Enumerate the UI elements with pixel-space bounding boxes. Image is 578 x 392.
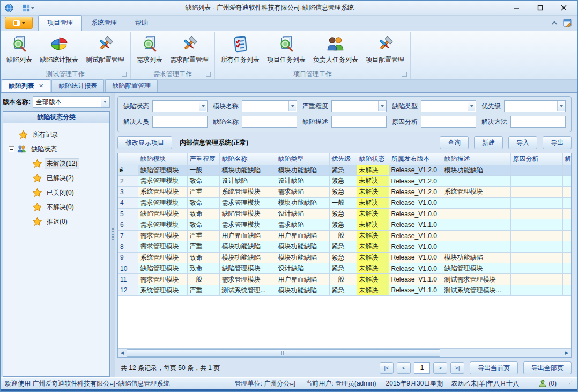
tree-item-status-closed[interactable]: 已关闭(0) — [9, 186, 109, 200]
message-indicator[interactable]: (0) — [539, 380, 557, 387]
cell-row-header[interactable]: 4 — [118, 197, 138, 208]
page-number-input[interactable] — [414, 362, 430, 374]
dialog-launcher-icon[interactable] — [206, 72, 211, 77]
requirement-list-button[interactable]: 需求列表 — [133, 33, 166, 65]
grid-row-1[interactable]: ▶1缺陷管理模块一般模块功能缺陷模块功能缺陷紧急未解决Release_V1.2.… — [118, 165, 571, 175]
skin-style-icon[interactable] — [563, 18, 572, 27]
chevron-down-icon[interactable] — [468, 101, 475, 111]
doc-tab-defect-config-mgmt[interactable]: 缺陷配置管理 — [105, 79, 158, 92]
column-header-release-version[interactable]: 所属发布版本 — [389, 153, 442, 165]
maximize-button[interactable] — [528, 2, 552, 14]
cell-row-header[interactable]: 6 — [118, 219, 138, 230]
column-header-status[interactable]: 缺陷状态 — [357, 153, 389, 165]
grid-row-8[interactable]: 8需求管理模块严重模块功能缺陷模块功能缺陷紧急未解决Release_V1.0.0 — [118, 241, 571, 252]
layout-grid-icon[interactable] — [23, 4, 34, 12]
cell-row-header[interactable]: 7 — [118, 230, 138, 241]
tree-item-defect-status-group[interactable]: 缺陷状态 — [9, 142, 109, 157]
export-all-pages-button[interactable]: 导出全部页 — [523, 361, 572, 374]
project-tasks-list-button[interactable]: 项目任务列表 — [263, 33, 309, 65]
horizontal-scrollbar[interactable]: ◀ ▶ — [118, 348, 571, 357]
requirement-config-mgmt-button[interactable]: 需求配置管理 — [166, 33, 212, 65]
cell-row-header[interactable]: 3 — [118, 187, 138, 197]
last-page-button[interactable]: >| — [450, 362, 464, 374]
export-button[interactable]: 导出 — [543, 136, 572, 149]
column-header-severity[interactable]: 严重程度 — [187, 153, 219, 165]
defect-type-select[interactable] — [421, 100, 476, 112]
tree-item-status-wontfix[interactable]: 不解决(0) — [9, 200, 109, 215]
export-current-page-button[interactable]: 导出当前页 — [470, 361, 518, 374]
query-button[interactable]: 查询 — [440, 136, 469, 149]
severity-select[interactable] — [331, 100, 387, 112]
close-button[interactable] — [552, 2, 575, 14]
owner-tasks-list-button[interactable]: 负责人任务列表 — [309, 33, 362, 65]
tree-item-status-unresolved[interactable]: 未解决(12) — [9, 157, 109, 171]
ribbon-tab-2[interactable]: 帮助 — [126, 15, 157, 31]
tree-item-all-records[interactable]: 所有记录 — [9, 128, 109, 142]
chevron-down-icon[interactable] — [378, 101, 386, 111]
first-page-button[interactable]: |< — [380, 362, 394, 374]
import-button[interactable]: 导入 — [508, 136, 537, 149]
version-select[interactable]: 全部版本 — [33, 96, 110, 108]
scroll-right-arrow-icon[interactable]: ▶ — [562, 349, 571, 357]
cell-row-header[interactable]: 12 — [118, 285, 138, 295]
cell-row-header[interactable]: 2 — [118, 175, 138, 186]
doc-tab-defect-stats-report[interactable]: 缺陷统计报表 — [51, 79, 104, 92]
cell-row-header[interactable]: 9 — [118, 252, 138, 263]
scrollbar-track[interactable] — [127, 349, 562, 357]
ribbon-tab-0[interactable]: 项目管理 — [38, 15, 82, 31]
next-page-button[interactable]: > — [433, 362, 447, 374]
column-header-priority[interactable]: 优先级 — [329, 153, 357, 165]
dialog-launcher-icon[interactable] — [122, 72, 127, 77]
defect-stats-report-button[interactable]: 缺陷统计报表 — [36, 33, 82, 65]
dialog-launcher-icon[interactable] — [402, 72, 407, 77]
module-name-select[interactable] — [242, 100, 297, 112]
tree-item-status-resolved[interactable]: 已解决(2) — [9, 171, 109, 186]
defect-desc-input[interactable] — [331, 116, 387, 128]
cell-row-header[interactable]: ▶1 — [118, 165, 138, 175]
prev-page-button[interactable]: < — [397, 362, 411, 374]
grid-row-11[interactable]: 11需求管理模块一般需求管理模块用户界面缺陷一般未解决Release_V1.1.… — [118, 274, 571, 285]
grid-row-4[interactable]: 4需求管理模块致命需求管理模块模块功能缺陷一般未解决Release_V1.0.0 — [118, 197, 571, 208]
cell-row-header[interactable]: 11 — [118, 274, 138, 285]
scrollbar-thumb[interactable] — [127, 349, 440, 357]
grid-row-2[interactable]: 2需求管理模块致命设计缺陷设计缺陷紧急未解决Release_V1.2.0 — [118, 175, 571, 186]
resolver-input[interactable] — [152, 116, 208, 128]
minimize-button[interactable] — [505, 2, 528, 14]
chevron-down-icon[interactable] — [288, 101, 296, 111]
cell-row-header[interactable]: 5 — [118, 209, 138, 219]
column-header-defect-name[interactable]: 缺陷名称 — [219, 153, 276, 165]
scroll-left-arrow-icon[interactable]: ◀ — [118, 349, 127, 357]
ribbon-tab-1[interactable]: 系统管理 — [82, 15, 126, 31]
modify-display-items-button[interactable]: 修改显示项目 — [117, 136, 172, 149]
chevron-down-icon[interactable] — [557, 101, 565, 111]
collapse-expander-icon[interactable] — [9, 146, 14, 152]
create-button[interactable]: 新建 — [474, 136, 503, 149]
defect-status-select[interactable] — [152, 100, 208, 112]
all-tasks-list-button[interactable]: 所有任务列表 — [217, 33, 263, 65]
sidebar-splitter[interactable] — [111, 93, 115, 378]
chevron-down-icon[interactable] — [199, 101, 206, 111]
close-tab-icon[interactable]: ✕ — [39, 83, 43, 90]
chevron-down-icon[interactable] — [101, 97, 109, 107]
grid-row-3[interactable]: 3系统管理模块严重系统管理模块需求缺陷紧急未解决Release_V1.2.0系统… — [118, 187, 571, 197]
grid-row-5[interactable]: 5缺陷管理模块致命缺陷管理模块设计缺陷紧急未解决Release_V1.0.0 — [118, 209, 571, 219]
tree-item-status-postponed[interactable]: 推迟(0) — [9, 215, 109, 229]
column-header-solution[interactable]: 解决 — [562, 153, 571, 165]
grid-row-10[interactable]: 10缺陷管理模块致命缺陷管理模块设计缺陷紧急未解决Release_V1.0.0缺… — [118, 263, 571, 274]
defect-list-button[interactable]: 缺陷列表 — [3, 33, 36, 65]
doc-tab-defect-list[interactable]: 缺陷列表✕ — [2, 79, 50, 92]
resize-grip[interactable]: ⋰ — [567, 381, 573, 387]
grid-row-12[interactable]: 12系统管理模块严重测试系统管理...模块功能缺陷紧急未解决Release_V1… — [118, 285, 571, 295]
column-header-defect-desc[interactable]: 缺陷描述 — [442, 153, 510, 165]
cell-row-header[interactable]: 10 — [118, 263, 138, 274]
column-header-defect-type[interactable]: 缺陷类型 — [276, 153, 329, 165]
grid-row-7[interactable]: 7需求管理模块严重用户界面缺陷用户界面缺陷一般未解决Release_V1.0.0 — [118, 230, 571, 241]
cause-analysis-input[interactable] — [421, 116, 476, 128]
grid-row-6[interactable]: 6需求管理模块致命需求管理模块需求缺陷紧急未解决Release_V1.1.0 — [118, 219, 571, 230]
grid-row-9[interactable]: 9系统管理模块致命模块功能缺陷模块功能缺陷紧急未解决Release_V1.0.0… — [118, 252, 571, 263]
column-header-cause-analysis[interactable]: 原因分析 — [510, 153, 562, 165]
solution-input[interactable] — [510, 116, 566, 128]
cell-row-header[interactable]: 8 — [118, 241, 138, 252]
project-config-mgmt-button[interactable]: 项目配置管理 — [362, 33, 408, 65]
priority-select[interactable] — [504, 100, 566, 112]
